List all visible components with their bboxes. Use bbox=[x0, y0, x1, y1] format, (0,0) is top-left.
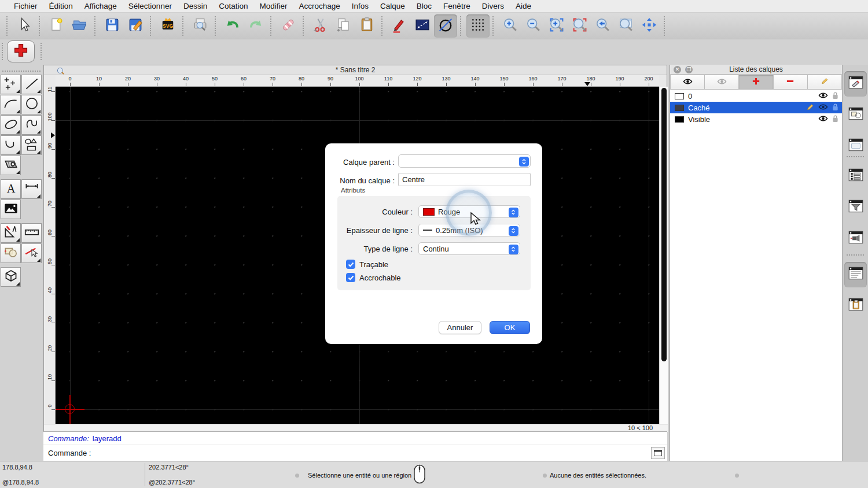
command-history: Commande: layeradd bbox=[43, 431, 667, 445]
menu-item-cotation[interactable]: Cotation bbox=[213, 2, 253, 10]
layer-row[interactable]: 0 bbox=[670, 90, 842, 102]
menu-item-dessin[interactable]: Dessin bbox=[178, 2, 213, 10]
svg-export-button[interactable]: SVG bbox=[156, 14, 179, 38]
palette-handle[interactable] bbox=[2, 71, 41, 73]
zoom-auto-button[interactable] bbox=[545, 14, 568, 38]
zoom-back-button[interactable] bbox=[591, 14, 615, 38]
zoom-pan-button[interactable] bbox=[638, 14, 661, 38]
selection-filter-widget-button[interactable] bbox=[844, 195, 867, 220]
modify-tool-button[interactable] bbox=[1, 223, 21, 243]
ok-button[interactable]: OK bbox=[490, 321, 530, 334]
stepper-icon[interactable] bbox=[519, 157, 529, 167]
distance-box-button[interactable] bbox=[411, 14, 434, 38]
command-input[interactable] bbox=[94, 447, 648, 459]
layer-row[interactable]: Caché bbox=[670, 102, 842, 113]
menu-item-aide[interactable]: Aide bbox=[510, 2, 537, 10]
pen-toolbar-handle[interactable] bbox=[2, 43, 4, 60]
menu-item-calque[interactable]: Calque bbox=[374, 2, 411, 10]
drawing-window-titlebar[interactable]: * Sans titre 2 bbox=[44, 65, 667, 75]
layer-lock-icon[interactable] bbox=[832, 114, 838, 124]
hatch-tool-button[interactable] bbox=[1, 156, 21, 175]
polygon-tool-button[interactable] bbox=[21, 135, 42, 155]
svg-text:SVG: SVG bbox=[163, 23, 174, 28]
layer-row[interactable]: Visible bbox=[670, 113, 842, 125]
checkbox-checked[interactable] bbox=[346, 260, 355, 269]
menu-item-bloc[interactable]: Bloc bbox=[411, 2, 437, 10]
menu-item-dition[interactable]: Édition bbox=[43, 2, 79, 10]
menu-item-slectionner[interactable]: Sélectionner bbox=[123, 2, 178, 10]
dimension-tool-button[interactable] bbox=[21, 179, 42, 199]
stepper-icon[interactable] bbox=[509, 208, 518, 217]
pen-add-button[interactable] bbox=[7, 40, 35, 62]
zoom-window-button[interactable] bbox=[615, 14, 638, 38]
measure-tool-button[interactable] bbox=[21, 223, 42, 243]
vertical-scrollbar[interactable] bbox=[659, 87, 668, 424]
menu-item-fentre[interactable]: Fenêtre bbox=[437, 2, 476, 10]
line-tool-button[interactable] bbox=[21, 75, 42, 94]
spline-tool-button[interactable] bbox=[21, 115, 42, 135]
menu-item-infos[interactable]: Infos bbox=[346, 2, 374, 10]
menu-item-modifier[interactable]: Modifier bbox=[253, 2, 293, 10]
layer-lock-icon[interactable] bbox=[832, 91, 838, 101]
zoom-out-button[interactable] bbox=[522, 14, 545, 38]
entity-list-widget-button[interactable] bbox=[844, 164, 867, 189]
vertical-scrollbar-thumb[interactable] bbox=[661, 88, 667, 361]
ellipse-tool-button[interactable] bbox=[1, 115, 21, 135]
cursor-button[interactable] bbox=[13, 14, 36, 38]
menu-item-accrochage[interactable]: Accrochage bbox=[293, 2, 345, 10]
block-list-widget-button[interactable] bbox=[844, 102, 867, 128]
layer-lock-icon[interactable] bbox=[832, 103, 838, 113]
command-options-button[interactable] bbox=[651, 447, 665, 459]
zoom-in-button[interactable] bbox=[499, 14, 522, 38]
text-tool-button[interactable]: A bbox=[1, 179, 21, 199]
redo-button[interactable] bbox=[244, 14, 267, 38]
line-swatch bbox=[423, 230, 432, 231]
zoom-previous-button[interactable] bbox=[568, 14, 591, 38]
undo-button[interactable] bbox=[221, 14, 244, 38]
command-widget-button[interactable] bbox=[844, 262, 867, 287]
select-tool-button[interactable] bbox=[21, 243, 42, 263]
copy-button[interactable] bbox=[332, 14, 355, 38]
arc-tool-button[interactable] bbox=[1, 95, 21, 114]
preview-widget-button[interactable] bbox=[844, 134, 867, 159]
open-folder-button[interactable] bbox=[68, 14, 91, 38]
paste-button[interactable] bbox=[355, 14, 378, 38]
print-preview-button[interactable] bbox=[189, 14, 212, 38]
cursor-position-marker bbox=[584, 82, 590, 86]
layer-visibility-eye-icon[interactable] bbox=[818, 115, 828, 124]
checkbox-checked[interactable] bbox=[346, 273, 355, 282]
menu-item-fichier[interactable]: Fichier bbox=[8, 2, 43, 10]
save-button[interactable] bbox=[101, 14, 124, 38]
stepper-icon[interactable] bbox=[509, 245, 518, 254]
menu-item-affichage[interactable]: Affichage bbox=[79, 2, 123, 10]
menu-item-divers[interactable]: Divers bbox=[476, 2, 510, 10]
polyline-tool-button[interactable] bbox=[1, 135, 21, 155]
layer-list-widget-button[interactable] bbox=[844, 71, 867, 97]
layer-name-input[interactable]: Centre bbox=[398, 173, 531, 186]
grid-dots-button[interactable] bbox=[466, 14, 490, 38]
cancel-button[interactable]: Annuler bbox=[439, 321, 481, 334]
stepper-icon[interactable] bbox=[509, 226, 518, 236]
cut-button[interactable] bbox=[309, 14, 332, 38]
save-as-button[interactable] bbox=[124, 14, 147, 38]
new-file-button[interactable] bbox=[45, 14, 68, 38]
eraser-button[interactable] bbox=[277, 14, 300, 38]
clipboard-widget-button[interactable] bbox=[844, 293, 867, 319]
attribute-combo[interactable]: Continu bbox=[418, 242, 520, 255]
library-widget-button[interactable] bbox=[844, 226, 867, 252]
layer-visibility-eye-icon[interactable] bbox=[818, 92, 828, 101]
block-tool-button[interactable] bbox=[1, 243, 21, 263]
remove-layer-button[interactable] bbox=[774, 75, 808, 90]
cube-tool-button[interactable] bbox=[1, 267, 21, 287]
circle-line-button[interactable] bbox=[434, 14, 457, 38]
show-all-eye-button[interactable] bbox=[670, 75, 705, 90]
image-tool-button[interactable] bbox=[1, 199, 21, 219]
parent-layer-combo[interactable] bbox=[398, 154, 531, 168]
add-layer-button[interactable] bbox=[739, 75, 773, 90]
points-tool-button[interactable] bbox=[1, 75, 21, 94]
layer-visibility-eye-icon[interactable] bbox=[818, 103, 828, 112]
circle-tool-button[interactable] bbox=[21, 95, 42, 114]
hide-all-eye-button[interactable] bbox=[705, 75, 739, 90]
draw-pen-button[interactable] bbox=[388, 14, 411, 38]
edit-layer-button[interactable] bbox=[808, 75, 842, 90]
